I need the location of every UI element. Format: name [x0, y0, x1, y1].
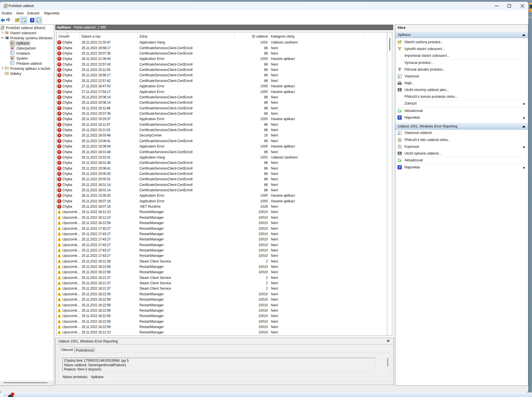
svg-text:?: ? [399, 166, 400, 169]
svg-text:?: ? [399, 116, 400, 119]
svg-text:?: ? [31, 18, 33, 22]
